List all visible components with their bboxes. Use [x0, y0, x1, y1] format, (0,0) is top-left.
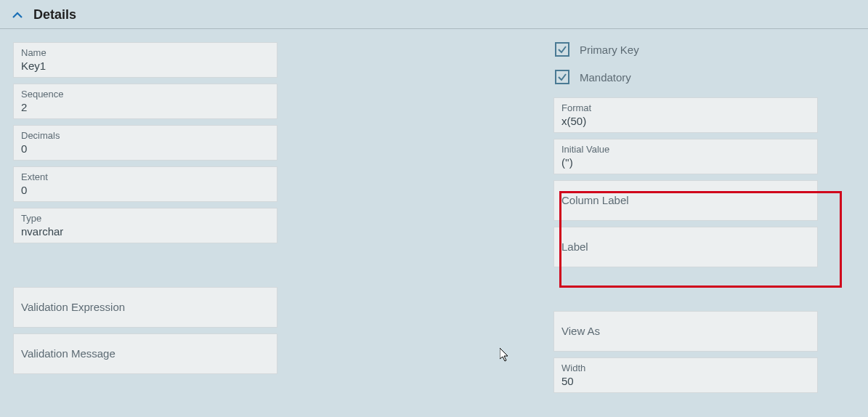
right-column: Primary Key Mandatory Format x(50) Initi… — [553, 42, 818, 393]
mandatory-checkbox[interactable] — [555, 70, 569, 84]
type-value: nvarchar — [21, 225, 269, 238]
initial-value-value: ('') — [561, 156, 810, 169]
decimals-label: Decimals — [21, 130, 269, 141]
extent-value: 0 — [21, 184, 269, 196]
width-field[interactable]: Width 50 — [553, 357, 818, 393]
primary-key-label: Primary Key — [580, 44, 639, 56]
validation-message-label: Validation Message — [21, 347, 269, 360]
type-label: Type — [21, 213, 269, 224]
panel-title: Details — [33, 7, 76, 23]
format-value: x(50) — [561, 115, 810, 127]
details-content: Name Key1 Sequence 2 Decimals 0 Extent 0… — [0, 29, 868, 408]
label-field-label: Label — [561, 240, 810, 253]
width-value: 50 — [561, 375, 810, 387]
view-as-field[interactable]: View As — [553, 311, 818, 352]
spacer — [553, 273, 818, 305]
validation-expression-label: Validation Expression — [21, 301, 269, 313]
mandatory-checkbox-row[interactable]: Mandatory — [553, 70, 818, 84]
spacer — [13, 249, 277, 281]
column-label-label: Column Label — [561, 194, 810, 206]
sequence-field[interactable]: Sequence 2 — [13, 84, 277, 119]
name-field[interactable]: Name Key1 — [13, 42, 277, 78]
validation-expression-field[interactable]: Validation Expression — [13, 287, 277, 328]
format-label: Format — [561, 102, 810, 113]
width-label: Width — [561, 363, 810, 373]
details-header: Details — [0, 0, 868, 28]
decimals-value: 0 — [21, 142, 269, 155]
format-field[interactable]: Format x(50) — [553, 97, 818, 133]
left-column: Name Key1 Sequence 2 Decimals 0 Extent 0… — [13, 42, 277, 393]
primary-key-checkbox[interactable] — [555, 42, 569, 57]
check-icon — [557, 44, 567, 54]
type-field[interactable]: Type nvarchar — [13, 208, 277, 243]
initial-value-label: Initial Value — [561, 144, 810, 155]
decimals-field[interactable]: Decimals 0 — [13, 125, 277, 161]
name-label: Name — [21, 47, 269, 58]
check-icon — [557, 72, 567, 82]
mandatory-label: Mandatory — [580, 71, 631, 84]
collapse-chevron-icon[interactable] — [12, 9, 23, 21]
primary-key-checkbox-row[interactable]: Primary Key — [553, 42, 818, 57]
extent-field[interactable]: Extent 0 — [13, 166, 277, 202]
column-label-field[interactable]: Column Label — [553, 180, 818, 221]
initial-value-field[interactable]: Initial Value ('') — [553, 139, 818, 174]
label-field[interactable]: Label — [553, 227, 818, 267]
extent-label: Extent — [21, 171, 269, 182]
sequence-label: Sequence — [21, 89, 269, 100]
name-value: Key1 — [21, 60, 269, 72]
sequence-value: 2 — [21, 101, 269, 113]
view-as-label: View As — [561, 325, 810, 337]
validation-message-field[interactable]: Validation Message — [13, 333, 277, 374]
